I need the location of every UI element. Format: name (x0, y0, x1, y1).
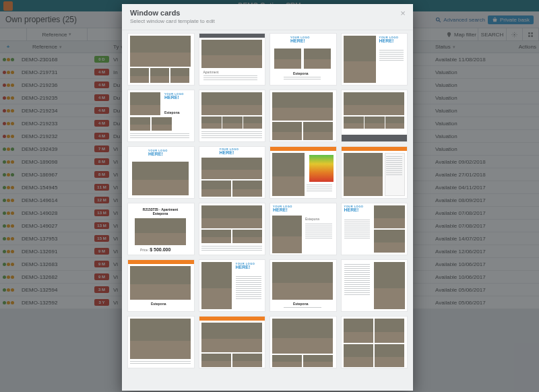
template-card[interactable] (199, 90, 266, 142)
property-photo (243, 117, 262, 129)
property-photo (374, 262, 405, 309)
energy-rating-icon (309, 155, 334, 182)
property-photo (130, 36, 191, 67)
logo-placeholder: YOUR LOGOHERE! (236, 263, 255, 269)
property-photo (150, 68, 169, 83)
modal-close-button[interactable]: × (398, 8, 408, 18)
logo-placeholder: YOUR LOGOHERE! (148, 150, 168, 156)
property-photo (364, 117, 385, 129)
template-card[interactable] (127, 316, 195, 368)
template-card[interactable] (127, 33, 195, 86)
template-card[interactable] (270, 316, 337, 368)
property-photo (130, 319, 191, 359)
property-photo (272, 319, 333, 354)
template-card[interactable]: R2153735 - ApartmentEsteponaPrice: $ 500… (127, 203, 195, 255)
logo-placeholder: YOUR LOGOHERE! (344, 205, 364, 212)
property-photo (272, 355, 302, 367)
property-photo (274, 48, 301, 69)
template-card[interactable] (270, 90, 337, 142)
property-photo (303, 122, 333, 140)
property-photo (201, 181, 231, 197)
property-photo (344, 319, 373, 343)
property-photo (130, 68, 149, 83)
property-photo (344, 36, 376, 83)
property-photo (201, 40, 262, 68)
property-photo (132, 162, 189, 195)
property-photo (375, 319, 404, 343)
property-photo (201, 354, 231, 367)
template-card[interactable]: YOUR LOGOHERE!Estepona (270, 203, 337, 255)
template-card[interactable] (199, 203, 266, 255)
property-photo (232, 230, 262, 243)
property-photo (201, 262, 232, 309)
window-cards-modal: Window cards Select window card template… (122, 4, 413, 391)
property-photo (272, 122, 302, 140)
property-photo (272, 92, 333, 121)
modal-body[interactable]: ApartmentYOUR LOGOHERE!EsteponaYOUR LOGO… (122, 30, 413, 391)
property-photo (385, 117, 404, 129)
property-photo (344, 153, 383, 196)
template-card[interactable]: Apartment (199, 33, 266, 86)
property-photo (374, 230, 405, 253)
property-photo (232, 354, 262, 367)
modal-title: Window cards (130, 9, 405, 17)
property-photo (272, 153, 305, 196)
property-photo (344, 92, 404, 115)
property-photo (304, 48, 331, 69)
logo-placeholder: YOUR LOGOHERE! (220, 148, 239, 155)
template-card[interactable]: YOUR LOGOHERE! (199, 259, 266, 312)
logo-placeholder: YOUR LOGOHERE! (273, 205, 292, 212)
property-photo (272, 262, 333, 300)
property-photo (201, 117, 222, 129)
logo-placeholder: YOUR LOGOHERE! (290, 36, 310, 43)
template-card[interactable] (341, 316, 408, 368)
property-photo (303, 355, 333, 367)
template-card[interactable] (199, 316, 266, 368)
template-card[interactable]: YOUR LOGOHERE! (127, 146, 195, 199)
template-card[interactable]: YOUR LOGOHERE!Estepona (127, 90, 195, 142)
property-photo (170, 68, 189, 83)
property-photo (272, 216, 302, 253)
template-grid: ApartmentYOUR LOGOHERE!EsteponaYOUR LOGO… (127, 33, 408, 368)
logo-placeholder: YOUR LOGOHERE! (164, 93, 184, 100)
template-card[interactable] (341, 259, 408, 312)
property-photo (201, 230, 231, 243)
modal-subtitle: Select window card template to edit (130, 18, 405, 24)
template-card[interactable]: YOUR LOGOHERE! (341, 33, 408, 86)
property-photo (201, 92, 262, 115)
property-photo (135, 218, 186, 245)
property-photo (375, 344, 404, 367)
template-card[interactable]: YOUR LOGOHERE! (341, 203, 408, 255)
template-card[interactable]: Estepona (127, 259, 195, 312)
logo-placeholder: YOUR LOGOHERE! (379, 36, 399, 43)
template-card[interactable] (270, 146, 337, 199)
property-photo (374, 205, 405, 228)
template-card[interactable] (341, 90, 408, 142)
property-photo (130, 266, 191, 300)
template-card[interactable] (341, 146, 408, 199)
property-photo (201, 205, 262, 228)
property-photo (201, 158, 262, 179)
property-photo (201, 323, 262, 352)
property-photo (344, 117, 364, 129)
property-photo (130, 92, 160, 115)
property-photo (344, 344, 373, 367)
property-photo (232, 181, 262, 197)
template-card[interactable]: YOUR LOGOHERE!Estepona (270, 33, 337, 86)
property-photo (222, 117, 243, 129)
property-photo (152, 117, 172, 131)
modal-header: Window cards Select window card template… (122, 4, 413, 30)
property-photo (130, 117, 150, 131)
template-card[interactable]: Estepona (270, 259, 337, 312)
template-card[interactable]: YOUR LOGOHERE! (199, 146, 266, 199)
